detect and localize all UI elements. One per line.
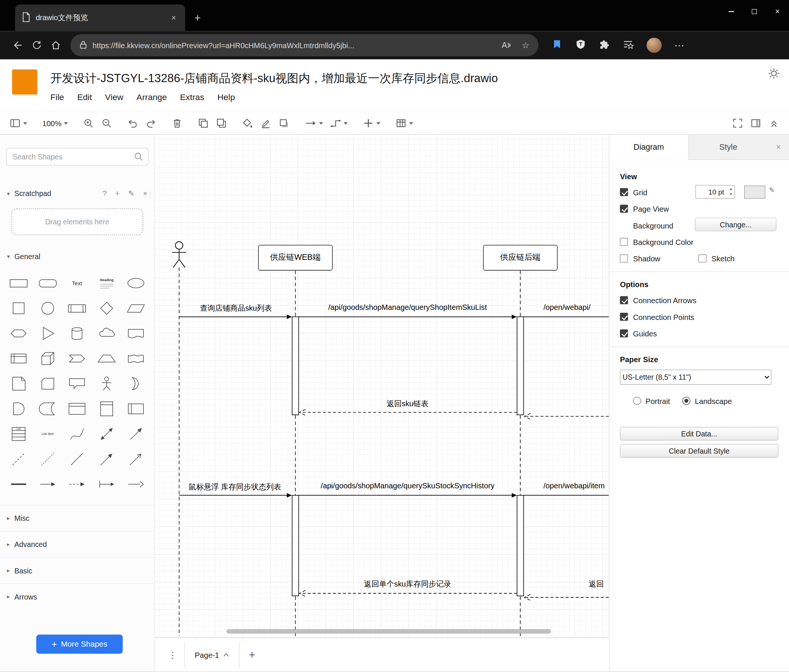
fill-color-button[interactable] (239, 115, 257, 132)
grid-color-swatch[interactable] (744, 186, 765, 199)
message-label[interactable]: /api/goods/shopManage/queryShopItemSkuLi… (306, 303, 510, 311)
shape-ellipse[interactable] (121, 271, 150, 296)
section-arrows[interactable]: ▸ Arrows (0, 583, 155, 609)
scratchpad-add-icon[interactable]: + (115, 189, 120, 198)
shape-square[interactable] (4, 296, 33, 321)
shape-note[interactable] (4, 371, 33, 396)
shape-dashed-line[interactable] (4, 446, 33, 471)
section-misc[interactable]: ▸ Misc (0, 505, 155, 531)
to-back-button[interactable] (212, 115, 230, 132)
shape-hexagon[interactable] (4, 321, 33, 346)
connection-points-label[interactable]: Connection Points (633, 312, 694, 321)
message-label[interactable]: 返回sku链表 (306, 399, 510, 409)
shape-document[interactable] (121, 321, 150, 346)
shape-rounded-rectangle[interactable] (33, 271, 62, 296)
shape-horizontal-line[interactable] (4, 471, 33, 497)
shape-internal-storage[interactable] (4, 346, 33, 371)
section-general[interactable]: ▾ General (0, 248, 155, 264)
shape-cylinder[interactable] (63, 321, 92, 346)
message-label[interactable]: 查询店铺商品sku列表 (180, 304, 292, 314)
minimize-button[interactable] (720, 0, 743, 23)
message-label[interactable]: 返回 (589, 580, 609, 589)
shape-diagonal-open-arrow[interactable] (121, 446, 150, 471)
shape-tape[interactable] (121, 346, 150, 371)
shape-open-head-arrow[interactable] (121, 471, 150, 497)
tab-close-icon[interactable]: × (169, 13, 178, 22)
shadow-checkbox[interactable] (620, 255, 628, 263)
connection-points-checkbox[interactable] (620, 313, 628, 321)
activation-bar[interactable] (517, 317, 524, 415)
landscape-radio[interactable] (682, 397, 690, 405)
menu-extras[interactable]: Extras (180, 92, 204, 103)
shape-rectangle[interactable] (4, 271, 33, 296)
sketch-label[interactable]: Sketch (712, 254, 735, 263)
line-color-button[interactable] (257, 115, 275, 132)
horizontal-scrollbar[interactable] (227, 629, 551, 634)
portrait-radio[interactable] (633, 397, 641, 405)
connection-style-dropdown[interactable] (301, 115, 327, 132)
address-bar[interactable]: https://file.kkview.cn/onlinePreview?url… (70, 34, 539, 56)
participant-backend-box[interactable]: 供应链后端 (483, 245, 557, 271)
waypoint-style-dropdown[interactable] (327, 115, 351, 132)
grid-label[interactable]: Grid (633, 188, 647, 196)
shape-card[interactable] (33, 371, 62, 396)
zoom-in-button[interactable] (80, 115, 97, 132)
message-label[interactable]: 鼠标悬浮 库存同步状态列表 (175, 483, 295, 492)
scratchpad-help-icon[interactable]: ? (102, 189, 107, 198)
panel-close-icon[interactable]: × (768, 135, 789, 159)
shape-triangle[interactable] (33, 321, 62, 346)
maximize-button[interactable] (743, 0, 766, 23)
section-advanced[interactable]: ▸ Advanced (0, 531, 155, 557)
activation-bar[interactable] (292, 317, 299, 415)
activation-bar[interactable] (517, 495, 524, 596)
diagram-canvas[interactable]: 供应链WEB端 供应链后端 查询店铺商品sku列表 /api/goods/sho… (155, 135, 609, 672)
theme-toggle-icon[interactable] (768, 67, 779, 81)
zoom-level-dropdown[interactable]: 100% (39, 115, 72, 132)
shape-curve[interactable] (63, 422, 92, 446)
undo-button[interactable] (124, 115, 142, 132)
add-page-button[interactable]: + (249, 648, 255, 662)
shadow-button[interactable] (275, 115, 293, 132)
background-color-label[interactable]: Background Color (633, 237, 693, 246)
shape-cube[interactable] (33, 346, 62, 371)
participant-web-box[interactable]: 供应链WEB端 (258, 245, 332, 271)
shield-extension-icon[interactable]: T (575, 39, 586, 52)
shape-or[interactable] (121, 371, 150, 396)
close-button[interactable]: × (766, 0, 789, 23)
background-color-checkbox[interactable] (620, 238, 628, 246)
shape-diagonal-arrow[interactable] (92, 446, 121, 471)
shape-mapsto-arrow[interactable] (92, 471, 121, 497)
shape-vertical-container[interactable] (92, 396, 121, 421)
scratchpad-edit-icon[interactable]: ✎ (128, 189, 134, 198)
pages-menu-icon[interactable]: ⋮ (168, 650, 177, 661)
actor-figure[interactable] (172, 242, 187, 267)
collapse-toolbar-button[interactable] (765, 115, 783, 132)
tab-diagram[interactable]: Diagram (609, 135, 688, 160)
shape-arrow[interactable] (121, 422, 150, 446)
menu-file[interactable]: File (50, 92, 64, 103)
shape-horizontal-container[interactable] (121, 396, 150, 421)
shape-process[interactable] (63, 296, 92, 321)
redo-button[interactable] (142, 115, 160, 132)
scratchpad-close-icon[interactable]: × (143, 189, 148, 198)
sketch-checkbox[interactable] (699, 255, 707, 263)
format-panel-toggle[interactable] (747, 115, 765, 132)
shape-callout[interactable] (63, 371, 92, 396)
browser-tab[interactable]: drawio文件预览 × (15, 5, 185, 31)
favorite-star-icon[interactable]: ☆ (522, 40, 529, 50)
activation-bar[interactable] (292, 495, 299, 596)
message-label[interactable]: /api/goods/shopManage/querySkuStockSyncH… (302, 481, 513, 490)
browser-menu-icon[interactable]: ⋯ (674, 39, 684, 51)
message-label[interactable]: /open/webapi/ (543, 303, 609, 311)
shape-circle[interactable] (33, 296, 62, 321)
search-shapes-input[interactable] (6, 148, 148, 166)
page-view-label[interactable]: Page View (633, 205, 669, 213)
shape-list-item[interactable]: List Item (33, 422, 62, 446)
portrait-label[interactable]: Portrait (645, 397, 670, 405)
shape-container[interactable] (63, 396, 92, 421)
shape-dashed-arrow[interactable] (63, 471, 92, 497)
shape-diamond[interactable] (92, 296, 121, 321)
shape-cloud[interactable] (92, 321, 121, 346)
stepper-arrows[interactable]: ▲▼ (729, 187, 733, 197)
zoom-out-button[interactable] (98, 115, 116, 132)
